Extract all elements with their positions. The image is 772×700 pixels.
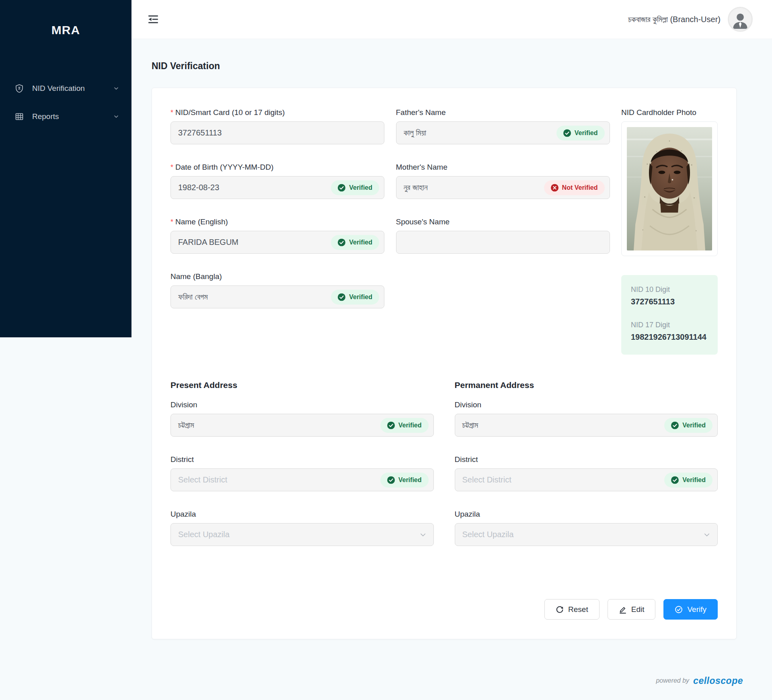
- verified-badge: Verified: [664, 472, 712, 487]
- nid-verification-card: *NID/Smart Card (10 or 17 digits) *Date …: [152, 88, 737, 639]
- nid-card-label: *NID/Smart Card (10 or 17 digits): [170, 108, 384, 117]
- chevron-down-icon: [113, 85, 119, 92]
- present-division-input-wrap: চট্টগ্রাম Verified: [170, 414, 434, 437]
- reset-button[interactable]: Reset: [544, 599, 600, 620]
- cardholder-photo-frame: [621, 121, 718, 256]
- check-circle-icon: [671, 476, 679, 484]
- sidebar-collapse-button[interactable]: [145, 11, 161, 27]
- field-name-bangla: Name (Bangla) Verified: [170, 272, 384, 308]
- logo-container: MRA: [0, 0, 131, 60]
- nid-17-digit-value: 19821926713091144: [631, 332, 708, 343]
- permanent-district-label: District: [455, 455, 718, 464]
- name-english-input-wrap: Verified: [170, 231, 384, 254]
- present-division-value: চট্টগ্রাম: [178, 421, 377, 430]
- check-circle-outline-icon: [675, 606, 683, 614]
- edit-button[interactable]: Edit: [608, 599, 656, 620]
- sidebar-item-nid-verification[interactable]: NID Verification: [0, 77, 131, 100]
- form-actions: Reset Edit Verify: [170, 599, 718, 620]
- permanent-address-column: Permanent Address Division চট্টগ্রাম Ver…: [455, 380, 718, 565]
- date-of-birth-label: *Date of Birth (YYYY-MM-DD): [170, 163, 384, 172]
- permanent-division-field: Division চট্টগ্রাম Verified: [455, 400, 718, 437]
- field-spouses-name: Spouse's Name: [396, 218, 610, 254]
- verified-badge: Verified: [380, 418, 429, 433]
- present-upazila-input-wrap: Select Upazila: [170, 523, 434, 546]
- mothers-name-input-wrap: Not Verified: [396, 176, 610, 199]
- chevron-down-icon: [419, 531, 427, 538]
- nid-form-grid: *NID/Smart Card (10 or 17 digits) *Date …: [170, 108, 718, 355]
- required-marker: *: [170, 218, 173, 226]
- verify-button-label: Verify: [687, 605, 706, 614]
- page-title: NID Verification: [152, 61, 737, 72]
- present-upazila-select[interactable]: Select Upazila: [170, 523, 434, 546]
- page-footer: powered by celloscope: [131, 661, 772, 700]
- edit-button-label: Edit: [631, 605, 645, 614]
- field-nid-card: *NID/Smart Card (10 or 17 digits): [170, 108, 384, 144]
- nid-10-digit-value: 3727651113: [631, 296, 708, 307]
- present-address-column: Present Address Division চট্টগ্রাম Verif…: [170, 380, 434, 565]
- permanent-upazila-select[interactable]: Select Upazila: [455, 523, 718, 546]
- chevron-down-icon: [113, 113, 119, 120]
- nid-card-input[interactable]: [170, 121, 384, 144]
- mothers-name-label: Mother's Name: [396, 163, 610, 172]
- required-marker: *: [170, 163, 173, 171]
- fathers-name-input-wrap: Verified: [396, 121, 610, 144]
- person-icon: [730, 10, 751, 31]
- spouses-name-input-wrap: [396, 231, 610, 254]
- chevron-down-icon: [703, 531, 710, 538]
- cardholder-photo-title: NID Cardholder Photo: [621, 108, 718, 117]
- present-district-field: District Select District Verified: [170, 455, 434, 491]
- fathers-name-label: Father's Name: [396, 108, 610, 117]
- sidebar-menu: NID Verification Reports: [0, 77, 131, 128]
- nid-17-digit-group: NID 17 Digit 19821926713091144: [631, 321, 708, 343]
- permanent-upazila-field: Upazila Select Upazila: [455, 510, 718, 546]
- shield-id-icon: [14, 84, 24, 93]
- permanent-district-input-wrap: Select District Verified: [455, 468, 718, 491]
- check-circle-icon: [671, 421, 679, 429]
- field-fathers-name: Father's Name Verified: [396, 108, 610, 144]
- present-district-label: District: [170, 455, 434, 464]
- nid-card-input-wrap: [170, 121, 384, 144]
- main-area: চকবাজার কুমিল্লা (Branch-User) NID Verif…: [131, 0, 772, 700]
- app-layout: MRA NID Verification Reports: [0, 0, 772, 700]
- verified-badge: Verified: [664, 418, 712, 433]
- name-bangla-input-wrap: Verified: [170, 285, 384, 308]
- check-circle-icon: [338, 293, 345, 301]
- nid-17-digit-label: NID 17 Digit: [631, 321, 708, 329]
- top-header: চকবাজার কুমিল্লা (Branch-User): [131, 0, 772, 39]
- required-marker: *: [170, 109, 173, 117]
- verify-button[interactable]: Verify: [663, 599, 718, 620]
- permanent-district-placeholder: Select District: [462, 475, 661, 484]
- powered-by-label: powered by: [656, 677, 689, 684]
- field-mothers-name: Mother's Name Not Verified: [396, 163, 610, 199]
- check-circle-icon: [387, 476, 395, 484]
- name-bangla-label: Name (Bangla): [170, 272, 384, 281]
- cardholder-photo: [627, 127, 712, 250]
- address-section: Present Address Division চট্টগ্রাম Verif…: [170, 380, 718, 565]
- present-division-label: Division: [170, 400, 434, 409]
- present-upazila-field: Upazila Select Upazila: [170, 510, 434, 546]
- permanent-upazila-placeholder: Select Upazila: [462, 530, 661, 539]
- sidebar: MRA NID Verification Reports: [0, 0, 131, 337]
- x-circle-icon: [551, 184, 558, 191]
- verified-badge: Verified: [331, 289, 379, 304]
- spouses-name-label: Spouse's Name: [396, 218, 610, 226]
- reset-button-label: Reset: [568, 605, 588, 614]
- user-name-label: চকবাজার কুমিল্লা (Branch-User): [628, 15, 721, 24]
- header-user-area: চকবাজার কুমিল্লা (Branch-User): [628, 7, 753, 32]
- field-name-english: *Name (English) Verified: [170, 218, 384, 254]
- field-date-of-birth: *Date of Birth (YYYY-MM-DD) Verified: [170, 163, 384, 199]
- page-content: NID Verification *NID/Smart Card (10 or …: [131, 39, 772, 661]
- present-district-input-wrap: Select District Verified: [170, 468, 434, 491]
- verified-badge: Verified: [380, 472, 429, 487]
- sidebar-item-reports[interactable]: Reports: [0, 105, 131, 128]
- check-circle-icon: [338, 238, 345, 246]
- sidebar-item-label: Reports: [32, 112, 113, 121]
- spouses-name-input[interactable]: [396, 231, 610, 254]
- user-avatar[interactable]: [728, 7, 753, 32]
- permanent-upazila-label: Upazila: [455, 510, 718, 519]
- nid-summary-box: NID 10 Digit 3727651113 NID 17 Digit 198…: [621, 275, 718, 355]
- table-grid-icon: [14, 112, 24, 121]
- nid-10-digit-group: NID 10 Digit 3727651113: [631, 285, 708, 307]
- form-column-left: *NID/Smart Card (10 or 17 digits) *Date …: [170, 108, 384, 355]
- form-column-middle: Father's Name Verified Mother's Name: [396, 108, 610, 355]
